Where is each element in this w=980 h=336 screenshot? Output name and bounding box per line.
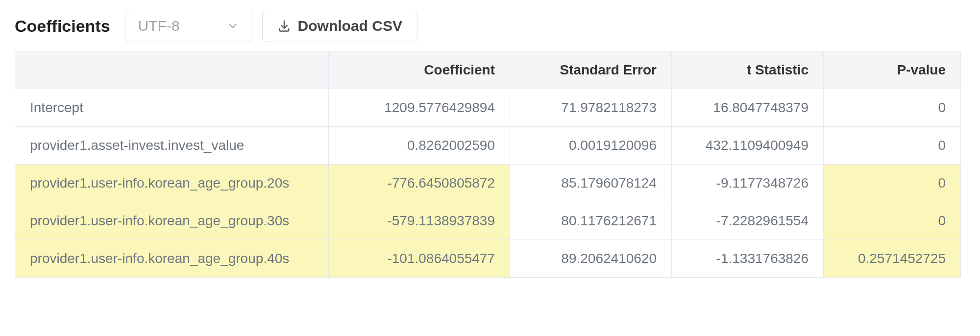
download-icon <box>277 19 291 33</box>
table-header-row: Coefficient Standard Error t Statistic P… <box>15 51 961 89</box>
col-std-error: Standard Error <box>510 51 672 89</box>
cell-coefficient: -101.0864055477 <box>329 240 510 278</box>
col-p-value: P-value <box>824 51 961 89</box>
coefficients-table: Coefficient Standard Error t Statistic P… <box>15 51 961 278</box>
cell-coefficient: -776.6450805872 <box>329 165 510 202</box>
cell-variable: provider1.user-info.korean_age_group.40s <box>15 240 329 278</box>
cell-variable: provider1.user-info.korean_age_group.30s <box>15 202 329 240</box>
table-row: provider1.user-info.korean_age_group.20s… <box>15 165 961 202</box>
cell-variable: provider1.asset-invest.invest_value <box>15 127 329 165</box>
cell-std-error: 0.0019120096 <box>510 127 672 165</box>
encoding-select[interactable]: UTF-8 <box>125 10 252 42</box>
cell-std-error: 85.1796078124 <box>510 165 672 202</box>
cell-variable: provider1.user-info.korean_age_group.20s <box>15 165 329 202</box>
section-title: Coefficients <box>15 17 110 36</box>
table-row: provider1.user-info.korean_age_group.40s… <box>15 240 961 278</box>
table-row: provider1.asset-invest.invest_value0.826… <box>15 127 961 165</box>
toolbar: Coefficients UTF-8 Download CSV <box>15 10 965 42</box>
cell-coefficient: -579.1138937839 <box>329 202 510 240</box>
cell-t-stat: -1.1331763826 <box>672 240 824 278</box>
cell-p-value: 0 <box>824 202 961 240</box>
encoding-select-value: UTF-8 <box>138 18 180 34</box>
cell-t-stat: -9.1177348726 <box>672 165 824 202</box>
cell-p-value: 0 <box>824 165 961 202</box>
download-csv-label: Download CSV <box>298 18 402 34</box>
cell-std-error: 71.9782118273 <box>510 89 672 127</box>
cell-coefficient: 0.8262002590 <box>329 127 510 165</box>
cell-std-error: 80.1176212671 <box>510 202 672 240</box>
cell-t-stat: 432.1109400949 <box>672 127 824 165</box>
col-coefficient: Coefficient <box>329 51 510 89</box>
cell-std-error: 89.2062410620 <box>510 240 672 278</box>
download-csv-button[interactable]: Download CSV <box>262 10 417 42</box>
chevron-down-icon <box>226 20 239 32</box>
cell-p-value: 0 <box>824 127 961 165</box>
cell-t-stat: -7.2282961554 <box>672 202 824 240</box>
cell-t-stat: 16.8047748379 <box>672 89 824 127</box>
col-variable <box>15 51 329 89</box>
col-t-stat: t Statistic <box>672 51 824 89</box>
table-row: Intercept1209.577642989471.978211827316.… <box>15 89 961 127</box>
cell-coefficient: 1209.5776429894 <box>329 89 510 127</box>
table-row: provider1.user-info.korean_age_group.30s… <box>15 202 961 240</box>
cell-p-value: 0.2571452725 <box>824 240 961 278</box>
cell-p-value: 0 <box>824 89 961 127</box>
cell-variable: Intercept <box>15 89 329 127</box>
